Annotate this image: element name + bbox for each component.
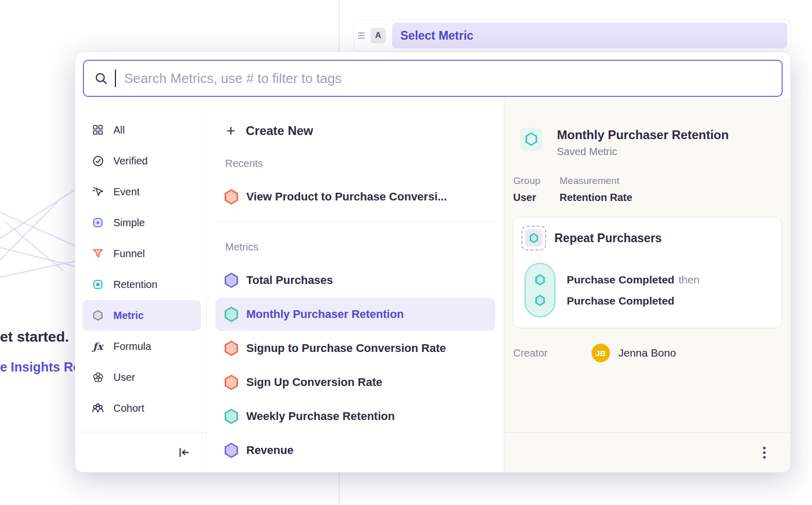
list-divider	[216, 222, 495, 222]
metric-detail-panel: Monthly Purchaser Retention Saved Metric…	[504, 99, 790, 472]
sidebar-item-all[interactable]: All	[82, 114, 201, 145]
teal-hexagon-icon	[225, 409, 238, 424]
search-box[interactable]	[83, 60, 783, 97]
list-item-label: View Product to Purchase Conversi...	[246, 190, 447, 204]
metric-item-monthly-purchaser-retention[interactable]: Monthly Purchaser Retention	[215, 298, 495, 331]
creator-label: Creator	[513, 347, 591, 359]
detail-spacer	[504, 362, 790, 432]
app-canvas: et started. e Insights Re A Select Metri…	[0, 0, 812, 505]
sidebar-item-verified[interactable]: Verified	[82, 145, 201, 176]
detail-meta: Group User Measurement Retention Rate	[513, 175, 782, 204]
sidebar-spacer	[75, 424, 206, 432]
sidebar-item-funnel[interactable]: Funnel	[82, 238, 201, 269]
sidebar-footer	[75, 432, 206, 472]
sidebar-item-formula[interactable]: ƒx Formula	[82, 331, 201, 362]
recents-section-header: Recents	[207, 154, 504, 173]
sidebar-item-label: Event	[113, 186, 140, 198]
metric-item-signup-to-purchase-conversion-rate[interactable]: Signup to Purchase Conversion Rate	[215, 332, 495, 365]
avatar: JB	[591, 344, 610, 362]
metric-item-total-purchases[interactable]: Total Purchases	[215, 264, 495, 297]
sidebar-item-label: Formula	[113, 341, 151, 352]
metric-item-sign-up-conversion-rate[interactable]: Sign Up Conversion Rate	[215, 366, 495, 399]
funnel-icon	[91, 247, 105, 260]
retention-square-icon	[91, 278, 105, 291]
search-input[interactable]	[124, 71, 771, 87]
cohort-people-icon	[91, 401, 105, 415]
metric-hexagon-icon	[91, 309, 105, 322]
group-value: User	[513, 192, 547, 204]
query-builder-row: A Select Metric	[353, 20, 791, 52]
list-item-label: Total Purchases	[246, 274, 333, 287]
background-heading: et started.	[0, 329, 69, 345]
detail-subtitle: Saved Metric	[557, 146, 729, 158]
step-one-event: Purchase Completed	[567, 274, 674, 285]
sidebar-item-metric[interactable]: Metric	[82, 300, 201, 331]
teal-hexagon-icon	[535, 274, 545, 285]
list-item-label: Signup to Purchase Conversion Rate	[246, 342, 446, 355]
verified-badge-icon	[91, 154, 105, 167]
creator-row: Creator JB Jenna Bono	[513, 344, 782, 362]
salmon-hexagon-icon	[225, 189, 238, 205]
modal-body: All Verified	[75, 99, 790, 472]
teal-hexagon-icon	[225, 307, 238, 322]
sidebar-item-event[interactable]: Event	[82, 176, 201, 207]
saved-metric-icon	[520, 128, 543, 150]
sidebar-item-label: User	[113, 372, 135, 383]
sidebar-item-label: Retention	[113, 279, 158, 291]
step-connector: then	[679, 274, 700, 285]
retention-steps-pill	[525, 263, 555, 317]
more-options-button[interactable]	[760, 444, 769, 462]
metric-list-column: + Create New Recents View Product to Pur…	[207, 99, 504, 472]
list-item-label: Weekly Purchase Retention	[246, 410, 395, 423]
text-caret	[115, 70, 116, 87]
drag-handle-icon[interactable]	[358, 30, 366, 41]
detail-title: Monthly Purchaser Retention	[557, 128, 729, 142]
sidebar-item-cohort[interactable]: Cohort	[82, 393, 201, 424]
sidebar-item-retention[interactable]: Retention	[82, 269, 201, 300]
cursor-icon	[91, 185, 105, 198]
measurement-label: Measurement	[560, 175, 632, 187]
type-filter-sidebar: All Verified	[75, 99, 207, 472]
plus-icon: +	[224, 122, 238, 140]
list-item-label: Revenue	[246, 444, 294, 457]
behavior-dashed-icon	[521, 226, 546, 250]
sidebar-item-user[interactable]: User	[82, 362, 201, 393]
background-insights-link[interactable]: e Insights Re	[0, 360, 80, 375]
salmon-hexagon-icon	[225, 341, 238, 356]
select-metric-button[interactable]: Select Metric	[392, 23, 787, 48]
definition-card: Repeat Purchasers Purchase Completedthen	[513, 217, 782, 328]
user-flower-icon	[91, 371, 105, 384]
purple-hexagon-icon	[225, 443, 238, 458]
step-two-event: Purchase Completed	[567, 295, 674, 307]
recent-metric-item[interactable]: View Product to Purchase Conversi...	[215, 180, 495, 213]
behavior-name: Repeat Purchasers	[554, 231, 662, 245]
grid-icon	[91, 123, 105, 137]
sidebar-item-label: Simple	[113, 217, 145, 229]
purple-hexagon-icon	[225, 273, 238, 288]
search-icon	[94, 72, 108, 85]
sidebar-item-label: Metric	[113, 310, 144, 322]
sidebar-item-label: Verified	[113, 155, 148, 167]
list-item-label: Sign Up Conversion Rate	[246, 376, 382, 389]
detail-footer	[504, 432, 790, 472]
collapse-sidebar-button[interactable]	[177, 446, 191, 459]
detail-header: Monthly Purchaser Retention Saved Metric	[520, 128, 780, 158]
group-label: Group	[513, 175, 547, 187]
simple-square-icon	[91, 216, 105, 229]
row-letter-badge: A	[370, 28, 386, 43]
metric-picker-modal: All Verified	[75, 52, 791, 473]
formula-fx-icon: ƒx	[91, 340, 105, 353]
sidebar-item-label: All	[113, 124, 125, 136]
sidebar-item-label: Funnel	[113, 248, 145, 260]
sidebar-item-simple[interactable]: Simple	[82, 207, 201, 238]
create-new-label: Create New	[246, 124, 313, 138]
select-metric-label: Select Metric	[400, 29, 473, 43]
create-new-button[interactable]: + Create New	[207, 116, 504, 145]
list-item-label: Monthly Purchaser Retention	[246, 308, 404, 321]
metric-item-weekly-purchase-retention[interactable]: Weekly Purchase Retention	[215, 400, 495, 433]
salmon-hexagon-icon	[225, 375, 238, 390]
metric-item-revenue[interactable]: Revenue	[215, 434, 495, 467]
measurement-value: Retention Rate	[560, 192, 632, 204]
sidebar-item-label: Cohort	[113, 402, 144, 414]
teal-hexagon-icon	[535, 295, 545, 306]
